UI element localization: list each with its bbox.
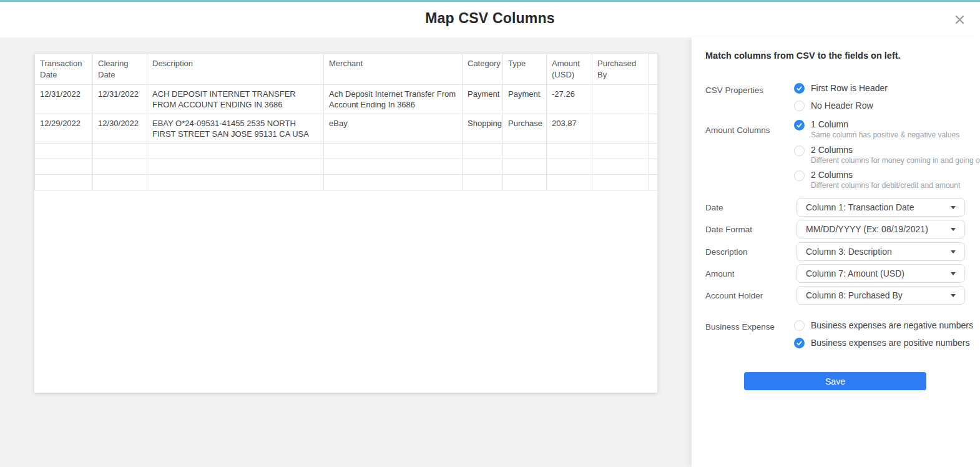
close-icon — [955, 15, 964, 24]
table-header-cell: Merchant — [324, 54, 463, 85]
table-header-cell: Description — [147, 54, 324, 85]
table-cell — [35, 175, 93, 190]
option-description: Different columns for debit/credit and a… — [811, 181, 960, 190]
table-cell: EBAY O*24-09531-41455 2535 NORTH FIRST S… — [147, 114, 324, 144]
table-cell: Payment — [463, 85, 503, 114]
table-cell: 12/29/2022 — [35, 114, 93, 144]
modal-title: Map CSV Columns — [0, 2, 980, 27]
amount-select[interactable]: Column 7: Amount (USD) — [796, 264, 965, 283]
csv-table-body: 12/31/202212/31/2022ACH DEPOSIT INTERNET… — [35, 85, 658, 190]
table-row — [35, 159, 658, 175]
radio-icon — [794, 170, 805, 181]
amount-columns-label: Amount Columns — [705, 125, 770, 135]
table-cell — [147, 159, 324, 175]
table-row — [35, 175, 658, 190]
table-cell — [503, 144, 547, 159]
mapping-panel: Match columns from CSV to the fields on … — [692, 37, 980, 467]
radio-icon — [794, 120, 805, 130]
table-cell — [592, 114, 649, 144]
table-cell — [147, 175, 324, 190]
date-select[interactable]: Column 1: Transaction Date — [796, 198, 965, 217]
date-format-label: Date Format — [705, 225, 796, 234]
radio-label: No Header Row — [811, 101, 873, 111]
field-row-date-format: Date Format MM/DD/YYYY (Ex: 08/19/2021) — [705, 220, 965, 238]
field-row-account-holder: Account Holder Column 8: Purchased By — [705, 286, 965, 305]
table-header-cell: Type — [503, 54, 547, 85]
table-row: 12/31/202212/31/2022ACH DEPOSIT INTERNET… — [35, 85, 658, 114]
panel-heading: Match columns from CSV to the fields on … — [705, 51, 901, 61]
table-cell: -27.26 — [547, 85, 592, 114]
close-button[interactable] — [954, 14, 965, 25]
table-cell — [592, 175, 649, 190]
table-cell: 12/30/2022 — [93, 114, 147, 144]
table-cell: Shopping — [463, 114, 503, 144]
radio-business-expenses-negative[interactable]: Business expenses are negative numbers — [794, 320, 973, 331]
table-cell — [547, 144, 592, 159]
table-cell — [547, 175, 592, 190]
account-holder-select[interactable]: Column 8: Purchased By — [796, 286, 965, 305]
table-cell — [592, 144, 649, 159]
table-header-cell: Purchased By — [592, 54, 649, 85]
table-cell: 12/31/2022 — [93, 85, 147, 114]
select-value: MM/DD/YYYY (Ex: 08/19/2021) — [806, 224, 946, 234]
radio-first-row-is-header[interactable]: First Row is Header — [794, 82, 888, 94]
table-cell — [649, 85, 658, 114]
table-cell — [649, 159, 658, 175]
chevron-down-icon — [951, 272, 956, 275]
table-cell — [463, 175, 503, 190]
chevron-down-icon — [951, 250, 956, 253]
save-button[interactable]: Save — [744, 372, 926, 390]
select-value: Column 7: Amount (USD) — [806, 268, 946, 278]
date-format-select[interactable]: MM/DD/YYYY (Ex: 08/19/2021) — [796, 220, 965, 238]
option-title: 2 Columns — [811, 145, 980, 155]
table-cell — [463, 144, 503, 159]
radio-icon — [794, 338, 805, 348]
table-cell — [649, 144, 658, 159]
csv-properties-label: CSV Properties — [705, 86, 763, 95]
table-cell — [547, 159, 592, 175]
table-cell — [35, 144, 93, 159]
table-cell — [649, 175, 658, 190]
select-value: Column 8: Purchased By — [806, 290, 946, 300]
field-row-date: Date Column 1: Transaction Date — [705, 198, 965, 217]
chevron-down-icon — [951, 206, 956, 209]
table-cell — [93, 159, 147, 175]
csv-preview-card: Transaction DateClearing DateDescription… — [34, 53, 657, 393]
description-select[interactable]: Column 3: Description — [796, 242, 965, 261]
select-value: Column 3: Description — [806, 247, 946, 257]
table-cell — [503, 175, 547, 190]
amount-label: Amount — [705, 269, 796, 278]
option-description: Different columns for money coming in an… — [811, 156, 980, 165]
csv-preview-region: Transaction DateClearing DateDescription… — [0, 37, 692, 467]
account-holder-label: Account Holder — [705, 291, 796, 300]
table-header-cell: Category — [463, 54, 503, 85]
csv-preview-table: Transaction DateClearing DateDescription… — [34, 53, 658, 190]
radio-label: Business expenses are negative numbers — [811, 320, 973, 330]
field-row-description: Description Column 3: Description — [705, 242, 965, 261]
radio-amount-2-columns-debit-credit[interactable]: 2 Columns Different columns for debit/cr… — [794, 170, 960, 190]
option-title: 2 Columns — [811, 170, 960, 180]
table-cell — [93, 175, 147, 190]
table-cell — [324, 175, 463, 190]
table-header-cell: Clearing Date — [93, 54, 147, 85]
radio-label: First Row is Header — [811, 83, 888, 93]
radio-icon — [794, 145, 805, 156]
radio-amount-2-columns-in-out[interactable]: 2 Columns Different columns for money co… — [794, 145, 980, 165]
radio-amount-1-column[interactable]: 1 Column Same column has positive & nega… — [794, 119, 959, 140]
table-cell — [35, 159, 93, 175]
table-cell: ACH DEPOSIT INTERNET TRANSFER FROM ACCOU… — [147, 85, 324, 114]
table-cell — [324, 144, 463, 159]
radio-business-expenses-positive[interactable]: Business expenses are positive numbers — [794, 337, 969, 348]
radio-icon — [794, 320, 805, 331]
table-header-cell: Amount (USD) — [547, 54, 592, 85]
table-cell: Purchase — [503, 114, 547, 144]
table-cell — [592, 159, 649, 175]
table-header-cell: Transaction Date — [35, 54, 93, 85]
business-expense-label: Business Expense — [705, 322, 775, 332]
table-cell: eBay — [324, 114, 463, 144]
option-description: Same column has positive & negative valu… — [811, 130, 959, 140]
table-cell — [147, 144, 324, 159]
chevron-down-icon — [951, 228, 956, 231]
table-row: 12/29/202212/30/2022EBAY O*24-09531-4145… — [35, 114, 658, 144]
radio-no-header-row[interactable]: No Header Row — [794, 100, 873, 111]
